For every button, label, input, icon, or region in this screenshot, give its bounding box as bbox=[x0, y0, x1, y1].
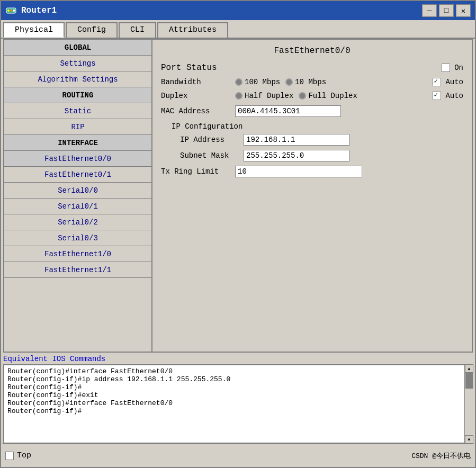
subnet-mask-input[interactable] bbox=[244, 150, 349, 161]
title-bar: Router1 — □ ✕ bbox=[1, 1, 475, 20]
mac-value-input[interactable] bbox=[235, 105, 341, 117]
bandwidth-auto-wrapper: Auto bbox=[433, 78, 463, 86]
sidebar-item-global[interactable]: GLOBAL bbox=[4, 40, 151, 56]
ip-address-input[interactable] bbox=[244, 134, 349, 146]
duplex-half-option[interactable]: Half Duplex bbox=[235, 92, 293, 100]
top-checkbox[interactable] bbox=[5, 452, 14, 460]
sidebar-item-interface[interactable]: INTERFACE bbox=[4, 135, 151, 151]
duplex-full-label: Full Duplex bbox=[308, 92, 357, 100]
ios-section-label: Equivalent IOS Commands bbox=[3, 353, 473, 364]
sidebar-item-fastethernet11[interactable]: FastEthernet1/1 bbox=[4, 262, 151, 278]
bandwidth-100-option[interactable]: 100 Mbps bbox=[235, 78, 280, 86]
duplex-auto-wrapper: Auto bbox=[433, 92, 463, 100]
bandwidth-label: Bandwidth bbox=[161, 78, 235, 86]
mac-address-row: MAC Address bbox=[161, 105, 463, 117]
close-button[interactable]: ✕ bbox=[456, 4, 471, 17]
ios-scroll-thumb[interactable] bbox=[465, 373, 473, 389]
sidebar-item-fastethernet00[interactable]: FastEthernet0/0 bbox=[4, 151, 151, 167]
ios-line-2: Router(config-if)#ip address 192.168.1.1… bbox=[7, 375, 461, 383]
mac-label: MAC Address bbox=[161, 107, 235, 115]
tab-physical[interactable]: Physical bbox=[3, 22, 65, 38]
sidebar-item-static[interactable]: Static bbox=[4, 103, 151, 119]
bandwidth-radio-group: 100 Mbps 10 Mbps bbox=[235, 78, 433, 86]
svg-point-1 bbox=[7, 10, 10, 12]
bandwidth-10-option[interactable]: 10 Mbps bbox=[285, 78, 326, 86]
ios-scroll-track bbox=[465, 373, 473, 435]
sidebar-item-settings[interactable]: Settings bbox=[4, 56, 151, 71]
ios-line-4: Router(config-if)#exit bbox=[7, 391, 461, 399]
bandwidth-row: Bandwidth 100 Mbps 10 Mbps Auto bbox=[161, 78, 463, 86]
ios-console-wrapper: Router(config)#interface FastEthernet0/0… bbox=[3, 364, 473, 444]
bandwidth-100-radio[interactable] bbox=[235, 78, 243, 86]
tab-attributes[interactable]: Attributes bbox=[157, 22, 228, 38]
panel-title: FastEthernet0/0 bbox=[161, 46, 463, 56]
sidebar-item-fastethernet01[interactable]: FastEthernet0/1 bbox=[4, 167, 151, 183]
bandwidth-10-radio[interactable] bbox=[285, 78, 293, 86]
port-status-label: Port Status bbox=[161, 63, 235, 73]
sidebar-list: GLOBAL Settings Algorithm Settings ROUTI… bbox=[4, 40, 151, 352]
sidebar-item-algorithm-settings[interactable]: Algorithm Settings bbox=[4, 71, 151, 87]
port-status-row: Port Status On bbox=[161, 63, 463, 73]
right-panel: FastEthernet0/0 Port Status On Bandwidth… bbox=[152, 40, 472, 352]
sidebar: GLOBAL Settings Algorithm Settings ROUTI… bbox=[4, 40, 152, 352]
tab-bar: Physical Config CLI Attributes bbox=[1, 20, 475, 39]
ip-address-row: IP Address bbox=[180, 134, 463, 146]
ios-scroll-down-button[interactable]: ▼ bbox=[465, 435, 473, 444]
subnet-mask-row: Subnet Mask bbox=[180, 150, 463, 161]
title-bar-left: Router1 bbox=[5, 5, 57, 16]
sidebar-item-fastethernet10[interactable]: FastEthernet1/0 bbox=[4, 246, 151, 262]
footer-watermark: CSDN @今日不供电 bbox=[411, 451, 471, 461]
top-label: Top bbox=[17, 451, 31, 460]
main-window: Router1 — □ ✕ Physical Config CLI Attrib… bbox=[0, 0, 476, 468]
duplex-label: Duplex bbox=[161, 92, 235, 100]
window-title: Router1 bbox=[21, 6, 57, 15]
tab-cli[interactable]: CLI bbox=[119, 22, 156, 38]
subnet-mask-label: Subnet Mask bbox=[180, 151, 244, 160]
duplex-full-radio[interactable] bbox=[299, 92, 306, 100]
ios-line-6: Router(config-if)# bbox=[7, 407, 461, 415]
sidebar-item-routing[interactable]: ROUTING bbox=[4, 87, 151, 103]
bandwidth-auto-label: Auto bbox=[445, 78, 463, 86]
tx-ring-row: Tx Ring Limit bbox=[161, 166, 463, 177]
ios-scroll-up-button[interactable]: ▲ bbox=[465, 364, 473, 373]
ip-config-section: IP Configuration IP Address Subnet Mask bbox=[161, 122, 463, 161]
svg-rect-3 bbox=[13, 10, 15, 12]
duplex-auto-checkbox[interactable] bbox=[433, 92, 441, 100]
ip-config-label: IP Configuration bbox=[172, 122, 463, 131]
bandwidth-auto-checkbox[interactable] bbox=[433, 78, 441, 86]
ios-scrollbar: ▲ ▼ bbox=[464, 364, 473, 444]
tx-ring-label: Tx Ring Limit bbox=[161, 167, 235, 176]
sidebar-item-serial02[interactable]: Serial0/2 bbox=[4, 214, 151, 230]
router-icon bbox=[5, 5, 17, 16]
ios-line-5: Router(config)#interface FastEthernet0/0 bbox=[7, 399, 461, 407]
port-status-checkbox[interactable] bbox=[442, 64, 450, 72]
footer-left: Top bbox=[5, 451, 31, 460]
duplex-half-label: Half Duplex bbox=[245, 92, 293, 100]
duplex-half-radio[interactable] bbox=[235, 92, 243, 100]
duplex-row: Duplex Half Duplex Full Duplex Auto bbox=[161, 92, 463, 100]
sidebar-item-rip[interactable]: RIP bbox=[4, 119, 151, 135]
svg-point-2 bbox=[10, 10, 12, 12]
duplex-full-option[interactable]: Full Duplex bbox=[299, 92, 357, 100]
sidebar-item-serial03[interactable]: Serial0/3 bbox=[4, 230, 151, 246]
duplex-radio-group: Half Duplex Full Duplex bbox=[235, 92, 433, 100]
bottom-section: Equivalent IOS Commands Router(config)#i… bbox=[3, 353, 473, 444]
bandwidth-10-label: 10 Mbps bbox=[295, 78, 326, 86]
ios-line-1: Router(config)#interface FastEthernet0/0 bbox=[7, 367, 461, 375]
sidebar-item-serial00[interactable]: Serial0/0 bbox=[4, 183, 151, 199]
main-content: GLOBAL Settings Algorithm Settings ROUTI… bbox=[3, 39, 473, 353]
ios-line-3: Router(config-if)# bbox=[7, 383, 461, 391]
tab-config[interactable]: Config bbox=[66, 22, 118, 38]
port-status-checkbox-wrapper: On bbox=[442, 64, 463, 72]
footer-bar: Top CSDN @今日不供电 bbox=[1, 444, 475, 467]
title-bar-buttons: — □ ✕ bbox=[422, 4, 471, 17]
bandwidth-100-label: 100 Mbps bbox=[245, 78, 280, 86]
tx-ring-input[interactable] bbox=[235, 166, 362, 177]
sidebar-item-serial01[interactable]: Serial0/1 bbox=[4, 199, 151, 214]
port-status-on-label: On bbox=[454, 64, 463, 72]
minimize-button[interactable]: — bbox=[422, 4, 437, 17]
duplex-auto-label: Auto bbox=[445, 92, 463, 100]
ip-address-label: IP Address bbox=[180, 136, 244, 144]
maximize-button[interactable]: □ bbox=[439, 4, 454, 17]
ios-console[interactable]: Router(config)#interface FastEthernet0/0… bbox=[3, 364, 473, 444]
